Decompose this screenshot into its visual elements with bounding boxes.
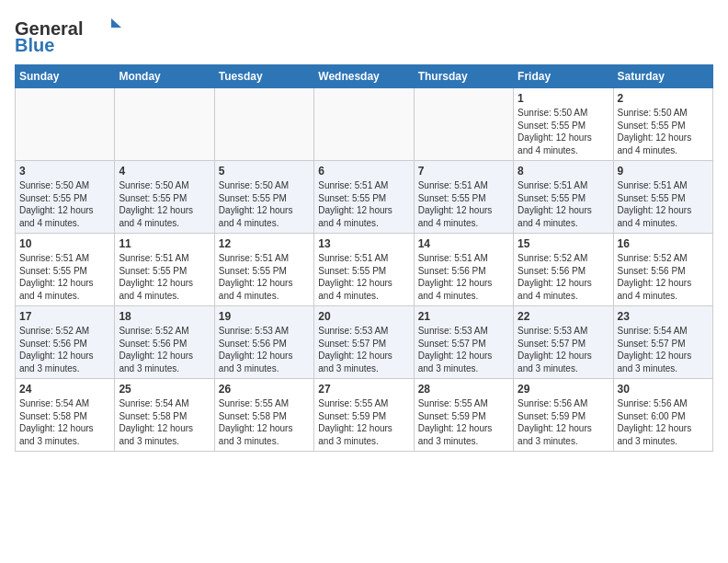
day-info: Sunrise: 5:53 AM Sunset: 5:57 PM Dayligh… — [418, 325, 509, 374]
day-number: 4 — [119, 165, 210, 178]
day-info: Sunrise: 5:54 AM Sunset: 5:57 PM Dayligh… — [618, 325, 709, 374]
calendar-cell: 20Sunrise: 5:53 AM Sunset: 5:57 PM Dayli… — [314, 306, 414, 379]
logo-svg: General Blue — [15, 15, 125, 55]
day-info: Sunrise: 5:51 AM Sunset: 5:55 PM Dayligh… — [318, 252, 409, 302]
day-number: 2 — [618, 92, 709, 105]
day-info: Sunrise: 5:52 AM Sunset: 5:56 PM Dayligh… — [19, 325, 110, 374]
logo: General Blue — [15, 15, 125, 55]
day-info: Sunrise: 5:51 AM Sunset: 5:55 PM Dayligh… — [418, 179, 509, 229]
svg-marker-1 — [111, 18, 121, 28]
logo-container: General Blue — [15, 15, 125, 55]
day-number: 19 — [219, 310, 310, 323]
weekday-header-saturday: Saturday — [613, 65, 712, 88]
day-info: Sunrise: 5:53 AM Sunset: 5:57 PM Dayligh… — [318, 325, 409, 374]
calendar-cell: 1Sunrise: 5:50 AM Sunset: 5:55 PM Daylig… — [514, 88, 613, 161]
weekday-header-thursday: Thursday — [414, 65, 513, 88]
day-number: 18 — [119, 310, 210, 323]
day-number: 27 — [318, 383, 409, 396]
calendar-cell: 28Sunrise: 5:55 AM Sunset: 5:59 PM Dayli… — [414, 379, 513, 452]
day-info: Sunrise: 5:55 AM Sunset: 5:58 PM Dayligh… — [219, 397, 310, 447]
day-number: 16 — [618, 237, 709, 250]
day-number: 22 — [518, 310, 609, 323]
calendar-cell: 14Sunrise: 5:51 AM Sunset: 5:56 PM Dayli… — [414, 234, 513, 306]
calendar-cell: 10Sunrise: 5:51 AM Sunset: 5:55 PM Dayli… — [16, 234, 115, 306]
weekday-header-sunday: Sunday — [16, 65, 115, 88]
day-info: Sunrise: 5:52 AM Sunset: 5:56 PM Dayligh… — [119, 325, 210, 374]
weekday-header-wednesday: Wednesday — [314, 65, 414, 88]
calendar-cell: 7Sunrise: 5:51 AM Sunset: 5:55 PM Daylig… — [414, 161, 513, 234]
calendar-cell: 17Sunrise: 5:52 AM Sunset: 5:56 PM Dayli… — [16, 306, 115, 379]
day-info: Sunrise: 5:52 AM Sunset: 5:56 PM Dayligh… — [518, 252, 609, 302]
calendar-cell: 21Sunrise: 5:53 AM Sunset: 5:57 PM Dayli… — [414, 306, 513, 379]
day-number: 10 — [19, 237, 110, 250]
calendar-cell: 27Sunrise: 5:55 AM Sunset: 5:59 PM Dayli… — [314, 379, 414, 452]
day-number: 14 — [418, 237, 509, 250]
calendar-cell: 16Sunrise: 5:52 AM Sunset: 5:56 PM Dayli… — [613, 234, 712, 306]
calendar-cell: 25Sunrise: 5:54 AM Sunset: 5:58 PM Dayli… — [115, 379, 214, 452]
day-info: Sunrise: 5:55 AM Sunset: 5:59 PM Dayligh… — [318, 397, 409, 447]
weekday-header-monday: Monday — [115, 65, 214, 88]
calendar-cell: 22Sunrise: 5:53 AM Sunset: 5:57 PM Dayli… — [514, 306, 613, 379]
calendar-cell: 4Sunrise: 5:50 AM Sunset: 5:55 PM Daylig… — [115, 161, 214, 234]
day-number: 15 — [518, 237, 609, 250]
calendar-cell — [214, 88, 313, 161]
calendar-cell: 12Sunrise: 5:51 AM Sunset: 5:55 PM Dayli… — [214, 234, 313, 306]
calendar-cell: 3Sunrise: 5:50 AM Sunset: 5:55 PM Daylig… — [16, 161, 115, 234]
day-info: Sunrise: 5:53 AM Sunset: 5:56 PM Dayligh… — [219, 325, 310, 374]
day-info: Sunrise: 5:52 AM Sunset: 5:56 PM Dayligh… — [618, 252, 709, 302]
calendar-cell: 30Sunrise: 5:56 AM Sunset: 6:00 PM Dayli… — [613, 379, 712, 452]
day-info: Sunrise: 5:51 AM Sunset: 5:56 PM Dayligh… — [418, 252, 509, 302]
weekday-header-row: SundayMondayTuesdayWednesdayThursdayFrid… — [16, 65, 713, 88]
calendar-cell — [16, 88, 115, 161]
day-info: Sunrise: 5:51 AM Sunset: 5:55 PM Dayligh… — [19, 252, 110, 302]
calendar-cell: 2Sunrise: 5:50 AM Sunset: 5:55 PM Daylig… — [613, 88, 712, 161]
calendar-cell: 9Sunrise: 5:51 AM Sunset: 5:55 PM Daylig… — [613, 161, 712, 234]
calendar-cell — [414, 88, 513, 161]
day-number: 5 — [219, 165, 310, 178]
day-number: 26 — [219, 383, 310, 396]
calendar-week-row: 17Sunrise: 5:52 AM Sunset: 5:56 PM Dayli… — [16, 306, 713, 379]
day-number: 28 — [418, 383, 509, 396]
day-info: Sunrise: 5:50 AM Sunset: 5:55 PM Dayligh… — [19, 179, 110, 229]
calendar-cell: 18Sunrise: 5:52 AM Sunset: 5:56 PM Dayli… — [115, 306, 214, 379]
day-info: Sunrise: 5:55 AM Sunset: 5:59 PM Dayligh… — [418, 397, 509, 447]
svg-text:Blue: Blue — [15, 35, 54, 55]
day-number: 30 — [618, 383, 709, 396]
day-info: Sunrise: 5:51 AM Sunset: 5:55 PM Dayligh… — [618, 179, 709, 229]
day-info: Sunrise: 5:56 AM Sunset: 6:00 PM Dayligh… — [618, 397, 709, 447]
day-number: 9 — [618, 165, 709, 178]
day-info: Sunrise: 5:53 AM Sunset: 5:57 PM Dayligh… — [518, 325, 609, 374]
day-info: Sunrise: 5:50 AM Sunset: 5:55 PM Dayligh… — [518, 107, 609, 156]
day-info: Sunrise: 5:51 AM Sunset: 5:55 PM Dayligh… — [119, 252, 210, 302]
day-number: 11 — [119, 237, 210, 250]
calendar-cell: 24Sunrise: 5:54 AM Sunset: 5:58 PM Dayli… — [16, 379, 115, 452]
calendar-cell: 19Sunrise: 5:53 AM Sunset: 5:56 PM Dayli… — [214, 306, 313, 379]
day-number: 13 — [318, 237, 409, 250]
calendar-cell: 29Sunrise: 5:56 AM Sunset: 5:59 PM Dayli… — [514, 379, 613, 452]
day-info: Sunrise: 5:50 AM Sunset: 5:55 PM Dayligh… — [119, 179, 210, 229]
calendar-cell: 8Sunrise: 5:51 AM Sunset: 5:55 PM Daylig… — [514, 161, 613, 234]
day-info: Sunrise: 5:50 AM Sunset: 5:55 PM Dayligh… — [219, 179, 310, 229]
day-info: Sunrise: 5:56 AM Sunset: 5:59 PM Dayligh… — [518, 397, 609, 447]
calendar-week-row: 3Sunrise: 5:50 AM Sunset: 5:55 PM Daylig… — [16, 161, 713, 234]
day-number: 1 — [518, 92, 609, 105]
day-number: 25 — [119, 383, 210, 396]
day-number: 17 — [19, 310, 110, 323]
day-number: 20 — [318, 310, 409, 323]
calendar-cell: 23Sunrise: 5:54 AM Sunset: 5:57 PM Dayli… — [613, 306, 712, 379]
day-number: 7 — [418, 165, 509, 178]
calendar-cell — [314, 88, 414, 161]
day-number: 24 — [19, 383, 110, 396]
weekday-header-friday: Friday — [514, 65, 613, 88]
calendar-cell: 26Sunrise: 5:55 AM Sunset: 5:58 PM Dayli… — [214, 379, 313, 452]
day-info: Sunrise: 5:51 AM Sunset: 5:55 PM Dayligh… — [518, 179, 609, 229]
day-number: 21 — [418, 310, 509, 323]
day-info: Sunrise: 5:51 AM Sunset: 5:55 PM Dayligh… — [318, 179, 409, 229]
day-info: Sunrise: 5:50 AM Sunset: 5:55 PM Dayligh… — [618, 107, 709, 156]
day-number: 3 — [19, 165, 110, 178]
calendar-table: SundayMondayTuesdayWednesdayThursdayFrid… — [15, 64, 713, 452]
calendar-week-row: 24Sunrise: 5:54 AM Sunset: 5:58 PM Dayli… — [16, 379, 713, 452]
header: General Blue — [15, 15, 713, 55]
weekday-header-tuesday: Tuesday — [214, 65, 313, 88]
calendar-week-row: 1Sunrise: 5:50 AM Sunset: 5:55 PM Daylig… — [16, 88, 713, 161]
